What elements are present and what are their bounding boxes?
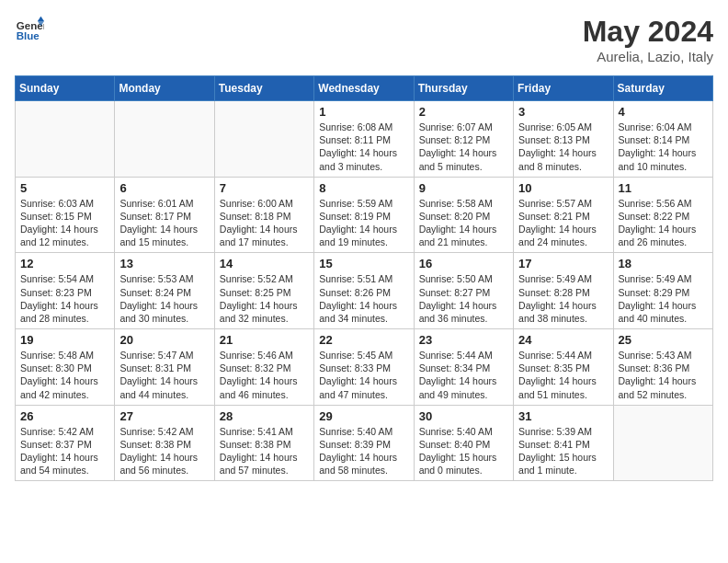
calendar-cell: 23Sunrise: 5:44 AMSunset: 8:34 PMDayligh… bbox=[414, 329, 513, 406]
calendar-cell: 4Sunrise: 6:04 AMSunset: 8:14 PMDaylight… bbox=[613, 101, 712, 178]
col-header-saturday: Saturday bbox=[613, 76, 712, 101]
day-number: 22 bbox=[319, 333, 408, 347]
day-number: 31 bbox=[518, 409, 608, 423]
title-block: May 2024 Aurelia, Lazio, Italy bbox=[583, 15, 713, 64]
day-info: Sunrise: 5:51 AMSunset: 8:26 PMDaylight:… bbox=[319, 272, 408, 325]
day-number: 3 bbox=[518, 105, 608, 119]
calendar-cell: 30Sunrise: 5:40 AMSunset: 8:40 PMDayligh… bbox=[414, 405, 513, 481]
calendar-cell: 1Sunrise: 6:08 AMSunset: 8:11 PMDaylight… bbox=[314, 101, 414, 178]
calendar-week-2: 5Sunrise: 6:03 AMSunset: 8:15 PMDaylight… bbox=[16, 177, 713, 253]
day-info: Sunrise: 5:57 AMSunset: 8:21 PMDaylight:… bbox=[518, 197, 608, 249]
day-info: Sunrise: 5:42 AMSunset: 8:37 PMDaylight:… bbox=[20, 425, 109, 477]
calendar-cell bbox=[613, 405, 712, 481]
calendar-cell: 15Sunrise: 5:51 AMSunset: 8:26 PMDayligh… bbox=[314, 253, 414, 329]
day-info: Sunrise: 6:07 AMSunset: 8:12 PMDaylight:… bbox=[419, 121, 508, 173]
day-number: 2 bbox=[419, 105, 508, 119]
day-number: 20 bbox=[119, 333, 209, 347]
day-info: Sunrise: 6:00 AMSunset: 8:18 PMDaylight:… bbox=[220, 197, 309, 249]
day-info: Sunrise: 5:52 AMSunset: 8:25 PMDaylight:… bbox=[220, 272, 309, 325]
calendar-cell: 14Sunrise: 5:52 AMSunset: 8:25 PMDayligh… bbox=[214, 253, 313, 329]
day-info: Sunrise: 5:43 AMSunset: 8:36 PMDaylight:… bbox=[619, 349, 708, 401]
day-info: Sunrise: 5:54 AMSunset: 8:23 PMDaylight:… bbox=[20, 272, 109, 325]
day-number: 4 bbox=[619, 105, 708, 119]
calendar-week-1: 1Sunrise: 6:08 AMSunset: 8:11 PMDaylight… bbox=[16, 101, 713, 178]
day-info: Sunrise: 5:45 AMSunset: 8:33 PMDaylight:… bbox=[319, 349, 408, 401]
day-info: Sunrise: 5:39 AMSunset: 8:41 PMDaylight:… bbox=[518, 425, 608, 477]
calendar-cell: 22Sunrise: 5:45 AMSunset: 8:33 PMDayligh… bbox=[314, 329, 414, 406]
day-info: Sunrise: 5:50 AMSunset: 8:27 PMDaylight:… bbox=[419, 272, 508, 325]
calendar-cell: 27Sunrise: 5:42 AMSunset: 8:38 PMDayligh… bbox=[115, 405, 214, 481]
logo-icon: General Blue bbox=[15, 15, 44, 44]
day-info: Sunrise: 6:01 AMSunset: 8:17 PMDaylight:… bbox=[119, 197, 209, 249]
calendar-cell: 3Sunrise: 6:05 AMSunset: 8:13 PMDaylight… bbox=[514, 101, 613, 178]
col-header-wednesday: Wednesday bbox=[314, 76, 414, 101]
calendar-cell: 5Sunrise: 6:03 AMSunset: 8:15 PMDaylight… bbox=[16, 177, 115, 253]
day-number: 10 bbox=[518, 181, 608, 195]
calendar-cell: 31Sunrise: 5:39 AMSunset: 8:41 PMDayligh… bbox=[514, 405, 613, 481]
calendar-cell: 21Sunrise: 5:46 AMSunset: 8:32 PMDayligh… bbox=[214, 329, 313, 406]
day-number: 1 bbox=[319, 105, 408, 119]
calendar-cell: 16Sunrise: 5:50 AMSunset: 8:27 PMDayligh… bbox=[414, 253, 513, 329]
calendar-cell bbox=[214, 101, 313, 178]
day-info: Sunrise: 5:49 AMSunset: 8:29 PMDaylight:… bbox=[619, 272, 708, 325]
day-number: 5 bbox=[20, 181, 109, 195]
calendar-cell: 10Sunrise: 5:57 AMSunset: 8:21 PMDayligh… bbox=[514, 177, 613, 253]
calendar-cell bbox=[16, 101, 115, 178]
day-number: 25 bbox=[619, 333, 708, 347]
day-info: Sunrise: 5:49 AMSunset: 8:28 PMDaylight:… bbox=[518, 272, 608, 325]
day-number: 8 bbox=[319, 181, 408, 195]
main-title: May 2024 bbox=[583, 15, 713, 49]
day-number: 11 bbox=[619, 181, 708, 195]
col-header-monday: Monday bbox=[115, 76, 214, 101]
calendar-cell: 19Sunrise: 5:48 AMSunset: 8:30 PMDayligh… bbox=[16, 329, 115, 406]
calendar-cell: 7Sunrise: 6:00 AMSunset: 8:18 PMDaylight… bbox=[214, 177, 313, 253]
day-info: Sunrise: 6:04 AMSunset: 8:14 PMDaylight:… bbox=[619, 121, 708, 173]
day-info: Sunrise: 5:44 AMSunset: 8:35 PMDaylight:… bbox=[518, 349, 608, 401]
calendar-cell: 12Sunrise: 5:54 AMSunset: 8:23 PMDayligh… bbox=[16, 253, 115, 329]
svg-marker-2 bbox=[38, 17, 44, 21]
day-number: 24 bbox=[518, 333, 608, 347]
col-header-thursday: Thursday bbox=[414, 76, 513, 101]
day-info: Sunrise: 5:40 AMSunset: 8:40 PMDaylight:… bbox=[419, 425, 508, 477]
calendar-cell: 13Sunrise: 5:53 AMSunset: 8:24 PMDayligh… bbox=[115, 253, 214, 329]
day-info: Sunrise: 5:48 AMSunset: 8:30 PMDaylight:… bbox=[20, 349, 109, 401]
day-info: Sunrise: 5:44 AMSunset: 8:34 PMDaylight:… bbox=[419, 349, 508, 401]
calendar-cell: 18Sunrise: 5:49 AMSunset: 8:29 PMDayligh… bbox=[613, 253, 712, 329]
day-info: Sunrise: 6:05 AMSunset: 8:13 PMDaylight:… bbox=[518, 121, 608, 173]
calendar-cell: 9Sunrise: 5:58 AMSunset: 8:20 PMDaylight… bbox=[414, 177, 513, 253]
col-header-sunday: Sunday bbox=[16, 76, 115, 101]
col-header-tuesday: Tuesday bbox=[214, 76, 313, 101]
svg-text:Blue: Blue bbox=[17, 30, 40, 41]
day-number: 28 bbox=[220, 409, 309, 423]
sub-title: Aurelia, Lazio, Italy bbox=[583, 49, 713, 64]
day-info: Sunrise: 5:42 AMSunset: 8:38 PMDaylight:… bbox=[119, 425, 209, 477]
day-info: Sunrise: 5:47 AMSunset: 8:31 PMDaylight:… bbox=[119, 349, 209, 401]
calendar-cell: 28Sunrise: 5:41 AMSunset: 8:38 PMDayligh… bbox=[214, 405, 313, 481]
calendar-cell: 2Sunrise: 6:07 AMSunset: 8:12 PMDaylight… bbox=[414, 101, 513, 178]
calendar-cell: 17Sunrise: 5:49 AMSunset: 8:28 PMDayligh… bbox=[514, 253, 613, 329]
col-header-friday: Friday bbox=[514, 76, 613, 101]
calendar-week-3: 12Sunrise: 5:54 AMSunset: 8:23 PMDayligh… bbox=[16, 253, 713, 329]
day-number: 15 bbox=[319, 257, 408, 270]
day-info: Sunrise: 6:08 AMSunset: 8:11 PMDaylight:… bbox=[319, 121, 408, 173]
day-number: 29 bbox=[319, 409, 408, 423]
day-number: 9 bbox=[419, 181, 508, 195]
calendar-week-5: 26Sunrise: 5:42 AMSunset: 8:37 PMDayligh… bbox=[16, 405, 713, 481]
calendar-cell: 20Sunrise: 5:47 AMSunset: 8:31 PMDayligh… bbox=[115, 329, 214, 406]
day-number: 19 bbox=[20, 333, 109, 347]
calendar-cell: 11Sunrise: 5:56 AMSunset: 8:22 PMDayligh… bbox=[613, 177, 712, 253]
day-info: Sunrise: 5:40 AMSunset: 8:39 PMDaylight:… bbox=[319, 425, 408, 477]
day-number: 14 bbox=[220, 257, 309, 270]
calendar-table: SundayMondayTuesdayWednesdayThursdayFrid… bbox=[15, 75, 713, 481]
day-info: Sunrise: 6:03 AMSunset: 8:15 PMDaylight:… bbox=[20, 197, 109, 249]
logo: General Blue bbox=[15, 15, 44, 44]
day-number: 12 bbox=[20, 257, 109, 270]
day-number: 21 bbox=[220, 333, 309, 347]
day-number: 23 bbox=[419, 333, 508, 347]
page-header: General Blue May 2024 Aurelia, Lazio, It… bbox=[15, 15, 713, 64]
day-number: 17 bbox=[518, 257, 608, 270]
calendar-cell: 8Sunrise: 5:59 AMSunset: 8:19 PMDaylight… bbox=[314, 177, 414, 253]
calendar-cell: 25Sunrise: 5:43 AMSunset: 8:36 PMDayligh… bbox=[613, 329, 712, 406]
day-number: 27 bbox=[119, 409, 209, 423]
calendar-cell: 6Sunrise: 6:01 AMSunset: 8:17 PMDaylight… bbox=[115, 177, 214, 253]
